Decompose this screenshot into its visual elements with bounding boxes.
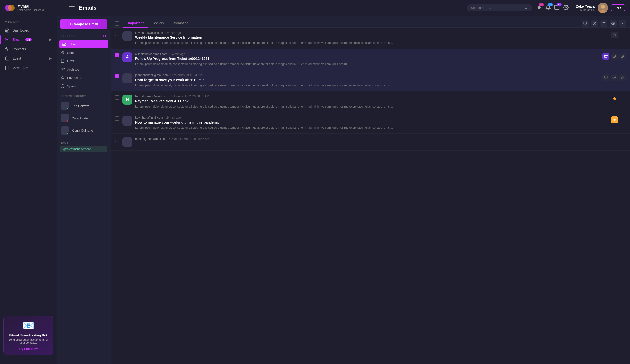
table-row[interactable]: A allientstudios@mail.com • 24 min ago F… bbox=[111, 49, 630, 70]
folder-spam-label: Spam bbox=[67, 84, 76, 88]
settings-action-icon[interactable] bbox=[610, 20, 617, 27]
sidebar-label-messages: Messages bbox=[12, 66, 28, 70]
email-3-checkbox[interactable] bbox=[115, 74, 120, 78]
svg-point-7 bbox=[601, 5, 605, 9]
email-6-meta: machelgreen@mail.com • October 25th, 202… bbox=[135, 137, 626, 141]
email-5-meta: kevinhard@mail.com • 24 min ago bbox=[135, 116, 608, 119]
clock-icon bbox=[593, 22, 596, 25]
monitor-action-icon bbox=[604, 76, 608, 79]
svg-rect-15 bbox=[61, 68, 65, 68]
language-selector[interactable]: EN ▾ bbox=[611, 4, 625, 11]
sidebar-item-dashboard[interactable]: Dashboard bbox=[0, 26, 56, 35]
tab-important[interactable]: Important bbox=[124, 19, 148, 28]
email-2-actions bbox=[602, 53, 626, 60]
folder-notifications[interactable]: 67 bbox=[554, 5, 560, 11]
more-options-button[interactable]: ⋮ bbox=[619, 20, 626, 27]
email-4-meta: hanzelqueen@mail.com • October 25th, 202… bbox=[135, 95, 608, 98]
tab-socials[interactable]: Socials bbox=[148, 19, 168, 28]
star-notifications[interactable]: 38 bbox=[536, 5, 542, 11]
select-all-checkbox[interactable] bbox=[115, 21, 120, 26]
promo-cta-button[interactable]: Try Free Now bbox=[19, 347, 38, 351]
bell-badge: 12 bbox=[548, 3, 553, 6]
sidebar-item-messages[interactable]: Messages bbox=[0, 63, 56, 72]
sidebar: Main Menu Dashboard Email 38 ▶ Contacts bbox=[0, 16, 57, 364]
tab-actions: ⋮ bbox=[582, 20, 626, 27]
folders-expand-icon[interactable]: >> bbox=[103, 34, 107, 38]
folder-archived[interactable]: Archived bbox=[57, 65, 111, 73]
email-2-attach-button[interactable] bbox=[619, 53, 626, 60]
email-2-checkbox[interactable] bbox=[115, 53, 120, 57]
compose-button[interactable]: + Compose Email bbox=[60, 19, 107, 29]
folder-inbox[interactable]: Inbox bbox=[59, 40, 108, 48]
svg-rect-2 bbox=[69, 6, 74, 7]
sidebar-item-contacts[interactable]: Contacts bbox=[0, 44, 56, 54]
email-4-preview: Lorem ipsum dolor sit amet, consectetur … bbox=[135, 104, 608, 109]
email-5-from: kevinhard@mail.com bbox=[135, 116, 163, 119]
email-3-clock-button[interactable] bbox=[611, 74, 618, 81]
folder-draft[interactable]: Draft bbox=[57, 57, 111, 65]
email-1-preview: Lorem ipsum dolor sit amet, consectetur … bbox=[135, 41, 608, 45]
email-5-content: kevinhard@mail.com • 24 min ago How to m… bbox=[135, 116, 608, 130]
email-4-content: hanzelqueen@mail.com • October 25th, 202… bbox=[135, 95, 608, 109]
email-5-time: • 24 min ago bbox=[164, 116, 181, 119]
friend-erin[interactable]: Erin Herwitz bbox=[57, 100, 111, 112]
email-5-checkbox[interactable] bbox=[115, 116, 120, 121]
email-5-star-button[interactable] bbox=[611, 116, 618, 123]
app-subtitle: Email Admin Dashboard bbox=[17, 9, 44, 11]
email-1-checkbox[interactable] bbox=[115, 31, 120, 36]
email-1-more-button[interactable]: ⋮ bbox=[620, 33, 626, 37]
settings[interactable] bbox=[563, 5, 568, 11]
email-1-star-button[interactable] bbox=[611, 31, 618, 38]
email-6-checkbox[interactable] bbox=[115, 138, 120, 142]
table-row[interactable]: joannohsitepu@mail.com • Yesterday, at 1… bbox=[111, 70, 630, 91]
table-row[interactable]: kevinhard@mail.com • 24 min ago Weekly M… bbox=[111, 28, 630, 49]
svg-point-1 bbox=[8, 5, 14, 11]
email-3-attach-button[interactable] bbox=[619, 74, 626, 81]
search-area bbox=[468, 4, 532, 11]
email-2-clock-button[interactable] bbox=[611, 53, 618, 60]
tag-projectmanagement[interactable]: #projectmanagement bbox=[60, 146, 107, 152]
friend-kierra[interactable]: Kierra Culhane bbox=[57, 124, 111, 137]
email-2-avatar: A bbox=[122, 52, 132, 62]
friend-kierra-avatar bbox=[61, 126, 69, 135]
sidebar-item-event[interactable]: Event ▶ bbox=[0, 54, 56, 63]
table-row[interactable]: machelgreen@mail.com • October 25th, 202… bbox=[111, 134, 630, 151]
folder-sent[interactable]: Sent bbox=[57, 48, 111, 57]
tab-promotion[interactable]: Promotion bbox=[168, 19, 193, 28]
email-icon bbox=[5, 37, 10, 42]
folder-draft-label: Draft bbox=[67, 59, 74, 63]
folder-sent-label: Sent bbox=[67, 51, 74, 54]
clock-action-icon[interactable] bbox=[591, 20, 598, 27]
logo-text: MyMail Email Admin Dashboard bbox=[17, 4, 44, 11]
email-3-monitor-button[interactable] bbox=[602, 74, 609, 81]
email-4-star-button[interactable] bbox=[611, 95, 618, 102]
email-2-archive-button[interactable] bbox=[602, 53, 609, 60]
folder-favourites[interactable]: Favourites bbox=[57, 73, 111, 82]
clock-action-icon bbox=[612, 54, 616, 58]
email-2-subject: Follow Up Progress from Ticket #00012412… bbox=[135, 57, 600, 61]
svg-rect-27 bbox=[604, 76, 607, 78]
sidebar-label-contacts: Contacts bbox=[12, 47, 26, 51]
email-6-from: machelgreen@mail.com bbox=[135, 137, 167, 141]
table-row[interactable]: kevinhard@mail.com • 24 min ago How to m… bbox=[111, 112, 630, 134]
friend-kierra-status bbox=[67, 132, 69, 134]
email-4-subject: Paymen Received from AB Bank bbox=[135, 99, 608, 103]
monitor-action-icon[interactable] bbox=[582, 20, 588, 27]
friend-craig[interactable]: Craig Curtis bbox=[57, 112, 111, 124]
email-4-more-button[interactable]: ⋮ bbox=[620, 96, 626, 101]
email-5-more-button[interactable]: ⋮ bbox=[620, 118, 626, 122]
folder-spam[interactable]: Spam bbox=[57, 82, 111, 90]
email-4-checkbox[interactable] bbox=[115, 95, 120, 100]
email-2-meta: allientstudios@mail.com • 24 min ago bbox=[135, 52, 600, 56]
hamburger-icon[interactable] bbox=[69, 6, 74, 10]
table-row[interactable]: H hanzelqueen@mail.com • October 25th, 2… bbox=[111, 91, 630, 112]
spam-icon bbox=[61, 84, 65, 88]
sidebar-item-email[interactable]: Email 38 ▶ bbox=[0, 35, 56, 44]
bell-notifications[interactable]: 12 bbox=[545, 5, 551, 11]
trash-action-icon[interactable] bbox=[600, 20, 607, 27]
friend-erin-name: Erin Herwitz bbox=[72, 104, 89, 108]
topbar: MyMail Email Admin Dashboard Emails 38 bbox=[0, 0, 630, 16]
folder-archived-label: Archived bbox=[67, 67, 80, 71]
svg-line-18 bbox=[62, 85, 64, 87]
search-input[interactable] bbox=[471, 6, 523, 9]
